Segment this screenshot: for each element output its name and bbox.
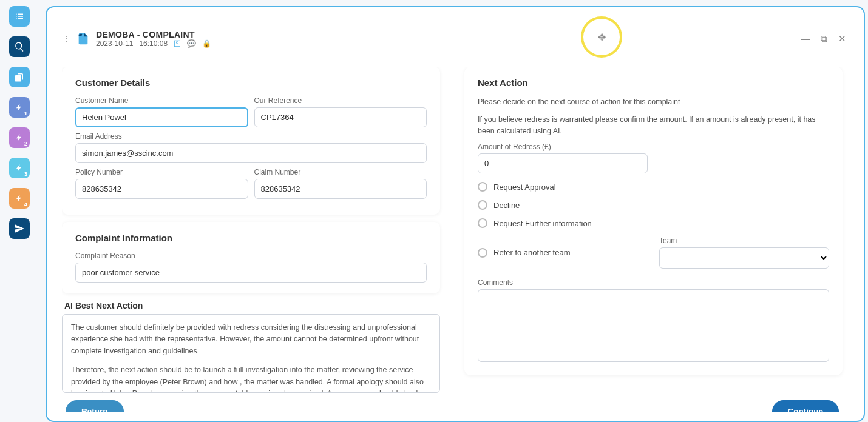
nav-send-button[interactable] — [9, 218, 30, 239]
nav-bolt-4-button[interactable]: 4 — [9, 188, 30, 209]
team-label: Team — [659, 236, 829, 245]
policy-number-label: Policy Number — [75, 168, 248, 176]
email-label: Email Address — [75, 132, 427, 141]
next-action-help-2: If you believe redress is warranted plea… — [478, 114, 829, 137]
complaint-reason-input[interactable] — [75, 263, 427, 283]
ai-section-title: AI Best Next Action — [64, 301, 440, 310]
our-reference-input[interactable] — [254, 107, 427, 127]
complaint-section-title: Complaint Information — [75, 233, 427, 243]
chat-icon[interactable]: 💬 — [187, 39, 196, 48]
radio-refer-team[interactable] — [478, 248, 487, 258]
nav-bolt-3-button[interactable]: 3 — [9, 158, 30, 178]
next-action-help-1: Please decide on the next course of acti… — [478, 96, 829, 108]
radio-request-further[interactable] — [478, 218, 487, 228]
close-button[interactable]: ✕ — [836, 33, 849, 44]
customer-details-card: Customer Details Customer Name Our Refer… — [62, 67, 440, 215]
team-select[interactable] — [659, 247, 829, 269]
claim-number-label: Claim Number — [254, 168, 427, 176]
customer-name-label: Customer Name — [75, 96, 248, 105]
ai-paragraph-2: Therefore, the next action should be to … — [71, 364, 431, 393]
complaint-info-card: Complaint Information Complaint Reason — [62, 222, 440, 293]
radio-request-further-label: Request Further information — [493, 219, 592, 228]
redress-amount-input[interactable] — [478, 153, 648, 173]
radio-decline-label: Decline — [493, 201, 520, 210]
customer-section-title: Customer Details — [75, 78, 427, 88]
move-cursor-icon[interactable]: ✥ — [598, 32, 606, 43]
page-title: DEMOBA - COMPLAINT — [96, 30, 211, 39]
comments-textarea[interactable] — [478, 289, 829, 362]
nav-search-button[interactable] — [9, 36, 30, 57]
claim-number-input[interactable] — [254, 179, 427, 199]
popout-button[interactable]: ⧉ — [818, 33, 830, 44]
document-icon — [76, 32, 90, 45]
panel-header: ⋮ DEMOBA - COMPLAINT 2023-10-11 16:10:08… — [62, 19, 849, 58]
next-action-card: Next Action Please decide on the next co… — [464, 67, 843, 375]
nav-list-button[interactable] — [9, 6, 30, 27]
continue-button[interactable]: Continue — [772, 400, 839, 412]
highlight-ring: ✥ — [581, 16, 622, 58]
minimize-button[interactable]: — — [798, 33, 812, 44]
main-panel: ⋮ DEMOBA - COMPLAINT 2023-10-11 16:10:08… — [46, 6, 865, 422]
drag-handle-icon[interactable]: ⋮ — [62, 34, 70, 44]
ai-recommendation-box[interactable]: The customer should definitely be provid… — [62, 314, 440, 393]
customer-name-input[interactable] — [75, 107, 248, 127]
radio-request-approval-label: Request Approval — [493, 183, 556, 192]
our-reference-label: Our Reference — [254, 96, 427, 105]
comments-label: Comments — [478, 278, 829, 287]
nav-copy-button[interactable] — [9, 67, 30, 87]
email-input[interactable] — [75, 143, 427, 163]
header-date: 2023-10-11 — [96, 39, 133, 48]
policy-number-input[interactable] — [75, 179, 248, 199]
complaint-reason-label: Complaint Reason — [75, 252, 427, 260]
sidebar: 1 2 3 4 — [0, 0, 46, 422]
key-icon[interactable]: ⚿ — [174, 39, 181, 48]
redress-amount-label: Amount of Redress (£) — [478, 142, 648, 151]
ai-paragraph-1: The customer should definitely be provid… — [71, 322, 431, 357]
header-time: 16:10:08 — [139, 39, 168, 48]
next-action-title: Next Action — [478, 78, 829, 88]
radio-request-approval[interactable] — [478, 182, 487, 192]
radio-decline[interactable] — [478, 200, 487, 210]
return-button[interactable]: Return — [66, 400, 124, 412]
radio-refer-team-label: Refer to another team — [493, 248, 570, 257]
lock-icon[interactable]: 🔒 — [202, 39, 211, 48]
nav-bolt-2-button[interactable]: 2 — [9, 127, 30, 148]
nav-bolt-1-button[interactable]: 1 — [9, 97, 30, 118]
